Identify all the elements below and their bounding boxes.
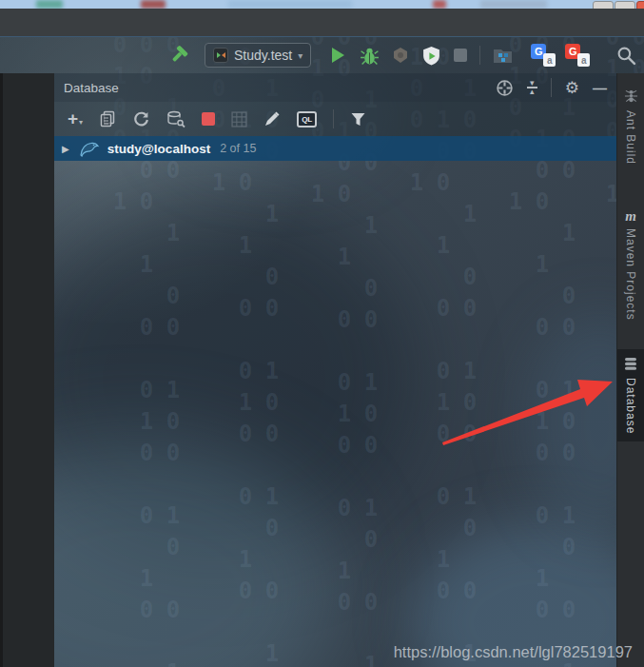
database-panel: Database ▾ ▴ <box>54 73 616 667</box>
connection-count: 2 of 15 <box>220 142 256 155</box>
query-console-icon[interactable]: QL <box>297 111 317 128</box>
database-panel-header: Database ▾ ▴ <box>54 73 616 102</box>
sidebar-tab-label: Database <box>624 378 637 434</box>
sidebar-tab-maven-projects[interactable]: m Maven Projects <box>617 203 644 328</box>
left-tool-strip <box>0 73 54 667</box>
run-configuration-icon <box>213 48 228 63</box>
debug-button[interactable] <box>360 46 380 66</box>
ide-title-bar <box>0 9 644 36</box>
right-tool-window-bar: Ant Build m Maven Projects Database <box>616 73 644 667</box>
translate-orange-icon[interactable]: G a <box>565 44 590 67</box>
connection-name: study@localhost <box>107 142 210 156</box>
window-minimize-button[interactable] <box>593 1 614 9</box>
profiler-button[interactable] <box>421 46 441 66</box>
chevron-down-icon: ▾ <box>79 118 83 127</box>
run-button[interactable] <box>332 48 344 63</box>
duplicate-icon[interactable] <box>99 110 116 128</box>
mysql-dolphin-icon <box>79 140 100 157</box>
database-icon <box>624 357 637 371</box>
toolbar-separator <box>479 46 480 65</box>
add-data-source-button[interactable]: + ▾ <box>68 111 83 127</box>
tree-row-connection[interactable]: ▶ study@localhost 2 of 15 <box>54 136 616 161</box>
browser-tab-fragment <box>141 0 166 9</box>
ant-icon <box>624 88 638 104</box>
browser-tab-fragment <box>433 0 446 9</box>
panel-title: Database <box>64 81 119 95</box>
collapse-caret-up: ▴ <box>530 89 535 94</box>
plugin-folder-icon[interactable] <box>492 46 514 65</box>
main-toolbar: Study.test ▾ <box>0 37 644 73</box>
toolbar-separator <box>333 109 334 128</box>
stop-button[interactable] <box>453 48 468 63</box>
header-separator <box>551 78 552 97</box>
screenshot-root: 0 100 1 00 100 10 0 1 00 100 1 0 010 0 1… <box>0 0 644 667</box>
sidebar-tab-ant-build[interactable]: Ant Build <box>617 81 644 172</box>
translate-page-badge: a <box>543 53 556 67</box>
run-configuration-selector[interactable]: Study.test ▾ <box>205 43 311 68</box>
browser-top-strip <box>0 0 644 9</box>
collapse-caret-down: ▾ <box>530 81 535 86</box>
translate-page-badge: a <box>577 53 590 67</box>
filter-icon[interactable] <box>350 111 366 128</box>
sidebar-tab-label: Maven Projects <box>624 228 637 321</box>
browser-tab-fragment <box>480 0 547 9</box>
run-with-coverage-button[interactable] <box>391 46 410 65</box>
database-toolbar: + ▾ <box>54 102 616 136</box>
ide-main-area: 0 100 1 00 100 10 0 1 00 100 1 0 010 0 1… <box>0 36 644 667</box>
locate-icon[interactable] <box>496 79 514 97</box>
sidebar-tab-label: Ant Build <box>624 110 637 165</box>
edit-pencil-icon[interactable] <box>263 110 281 128</box>
search-everywhere-icon[interactable] <box>616 46 636 66</box>
watermark-url: https://blog.csdn.net/lgl782519197 <box>394 643 633 661</box>
disconnect-button[interactable] <box>202 112 215 126</box>
run-configuration-label: Study.test <box>234 48 292 63</box>
gear-icon[interactable]: ⚙ <box>565 78 579 98</box>
build-hammer-icon[interactable] <box>168 45 189 66</box>
expand-arrow-icon[interactable]: ▶ <box>62 144 69 154</box>
window-maximize-button[interactable] <box>615 1 635 9</box>
translate-blue-icon[interactable]: G a <box>531 44 556 67</box>
maven-icon: m <box>625 210 636 222</box>
table-view-icon[interactable] <box>231 111 247 128</box>
plus-icon: + <box>68 111 78 127</box>
ide-body: Database ▾ ▴ <box>0 73 644 667</box>
window-close-button[interactable] <box>636 1 644 9</box>
refresh-icon[interactable] <box>132 110 150 128</box>
browser-tab-fragment <box>228 0 352 9</box>
data-source-properties-icon[interactable] <box>166 110 185 128</box>
hide-panel-icon[interactable]: — <box>593 80 607 96</box>
chevron-down-icon: ▾ <box>298 50 302 61</box>
browser-tab-fragment <box>36 0 63 9</box>
collapse-all-icon[interactable]: ▾ ▴ <box>527 81 537 94</box>
sidebar-tab-database[interactable]: Database <box>617 349 644 441</box>
